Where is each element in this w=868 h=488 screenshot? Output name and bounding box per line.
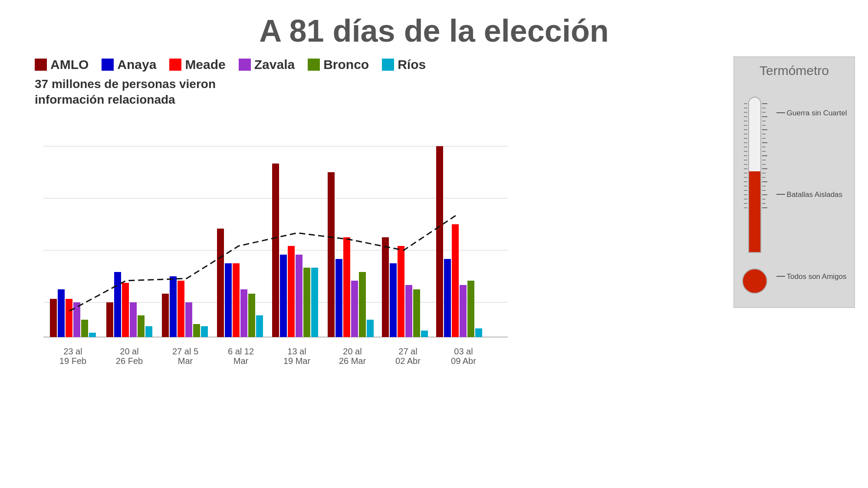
bar-zavala-7 bbox=[405, 285, 412, 337]
bar-anaya-2 bbox=[114, 272, 121, 337]
xlabel-1: 23 al bbox=[63, 347, 82, 356]
bar-amlo-2 bbox=[106, 302, 113, 337]
xlabel-4: 6 al 12 bbox=[228, 347, 254, 356]
bar-bronco-8 bbox=[467, 281, 474, 337]
bar-amlo-6 bbox=[328, 172, 335, 337]
bar-zavala-4 bbox=[240, 289, 247, 337]
thermometer-bulb bbox=[742, 269, 767, 294]
bar-amlo-5 bbox=[272, 164, 279, 337]
zavala-color-swatch bbox=[239, 59, 251, 71]
legend-anaya-label: Anaya bbox=[117, 57, 156, 72]
legend-bronco-label: Bronco bbox=[323, 57, 369, 72]
legend-meade: Meade bbox=[169, 57, 225, 72]
xlabel-7b: 02 Abr bbox=[395, 356, 421, 366]
anaya-color-swatch bbox=[102, 59, 114, 71]
xlabel-8: 03 al bbox=[454, 347, 473, 356]
bar-rios-5 bbox=[311, 268, 318, 337]
bar-bronco-3 bbox=[193, 324, 200, 337]
thermo-label-guerra: Guerra sin Cuartel bbox=[787, 109, 847, 117]
bar-rios-6 bbox=[367, 320, 374, 337]
bar-rios-3 bbox=[201, 326, 208, 337]
xlabel-3b: Mar bbox=[178, 356, 193, 366]
bar-amlo-8 bbox=[436, 146, 443, 337]
legend-meade-label: Meade bbox=[185, 57, 225, 72]
xlabel-2: 20 al bbox=[120, 347, 138, 356]
bar-bronco-6 bbox=[359, 272, 366, 337]
bar-rios-2 bbox=[145, 326, 152, 337]
amlo-color-swatch bbox=[35, 59, 47, 71]
bar-anaya-4 bbox=[225, 263, 232, 337]
rios-color-swatch bbox=[382, 59, 394, 71]
xlabel-6b: 26 Mar bbox=[339, 356, 366, 366]
legend-zavala: Zavala bbox=[239, 57, 295, 72]
bar-bronco-4 bbox=[248, 294, 255, 337]
bar-rios-4 bbox=[256, 315, 263, 337]
legend-bronco: Bronco bbox=[308, 57, 369, 72]
chart-svg: 23 al 19 Feb 20 al 26 Feb 27 al 5 Mar 6 … bbox=[26, 111, 516, 380]
bar-rios-7 bbox=[421, 331, 428, 337]
bar-zavala-3 bbox=[185, 302, 192, 337]
bar-bronco-1 bbox=[81, 320, 88, 337]
bar-anaya-8 bbox=[444, 259, 451, 337]
legend-amlo-label: AMLO bbox=[50, 57, 89, 72]
xlabel-5b: 19 Mar bbox=[283, 356, 311, 366]
legend-rios-label: Ríos bbox=[398, 57, 426, 72]
bar-meade-2 bbox=[122, 283, 129, 337]
bar-rios-8 bbox=[475, 328, 482, 337]
bar-meade-3 bbox=[178, 281, 184, 337]
bar-meade-4 bbox=[233, 263, 240, 337]
bar-anaya-7 bbox=[390, 263, 397, 337]
bar-zavala-2 bbox=[130, 302, 137, 337]
bar-bronco-2 bbox=[138, 315, 145, 337]
bar-anaya-6 bbox=[335, 259, 342, 337]
bar-rios-1 bbox=[89, 333, 96, 337]
bar-amlo-1 bbox=[50, 299, 57, 337]
legend-zavala-label: Zavala bbox=[254, 57, 295, 72]
thermometer-panel: Termómetro bbox=[733, 56, 855, 308]
bar-zavala-6 bbox=[351, 281, 358, 337]
bar-anaya-1 bbox=[58, 289, 65, 337]
xlabel-7: 27 al bbox=[398, 347, 417, 356]
bar-bronco-7 bbox=[413, 289, 420, 337]
xlabel-5: 13 al bbox=[287, 347, 306, 356]
thermometer-title: Termómetro bbox=[760, 63, 829, 78]
bar-meade-7 bbox=[398, 246, 404, 337]
bar-zavala-5 bbox=[296, 255, 302, 337]
bar-meade-8 bbox=[452, 224, 459, 337]
bar-bronco-5 bbox=[303, 268, 310, 337]
legend-amlo: AMLO bbox=[35, 57, 89, 72]
thermo-label-mid: Batallas Aisladas bbox=[776, 190, 847, 200]
bar-zavala-1 bbox=[73, 302, 80, 337]
xlabel-4b: Mar bbox=[233, 356, 249, 366]
subtitle-line2: información relacionada bbox=[35, 93, 175, 106]
bar-amlo-4 bbox=[217, 229, 224, 337]
bar-amlo-3 bbox=[162, 294, 169, 337]
bar-meade-1 bbox=[66, 299, 72, 337]
bronco-color-swatch bbox=[308, 59, 320, 71]
bar-meade-6 bbox=[343, 237, 350, 337]
subtitle-line1: 37 millones de personas vieron bbox=[35, 77, 216, 91]
thermo-label-bot: Todos son Amigos bbox=[776, 272, 847, 282]
legend-rios: Ríos bbox=[382, 57, 426, 72]
xlabel-2b: 26 Feb bbox=[116, 356, 143, 366]
thermo-label-top: Guerra sin Cuartel bbox=[776, 108, 847, 118]
xlabel-8b: 09 Abr bbox=[451, 356, 476, 366]
xlabel-3: 27 al 5 bbox=[172, 347, 198, 356]
page-title: A 81 días de la elección bbox=[0, 0, 868, 57]
legend-anaya: Anaya bbox=[102, 57, 156, 72]
bar-anaya-3 bbox=[170, 276, 177, 337]
bar-meade-5 bbox=[288, 246, 295, 337]
bar-anaya-5 bbox=[280, 255, 287, 337]
xlabel-6: 20 al bbox=[343, 347, 362, 356]
thermo-label-batallas: Batallas Aisladas bbox=[787, 190, 843, 199]
chart-container: 23 al 19 Feb 20 al 26 Feb 27 al 5 Mar 6 … bbox=[26, 111, 516, 382]
thermo-label-todos: Todos son Amigos bbox=[787, 272, 847, 281]
bar-amlo-7 bbox=[382, 237, 389, 337]
bar-zavala-8 bbox=[460, 285, 467, 337]
xlabel-1b: 19 Feb bbox=[59, 356, 86, 366]
meade-color-swatch bbox=[169, 59, 181, 71]
